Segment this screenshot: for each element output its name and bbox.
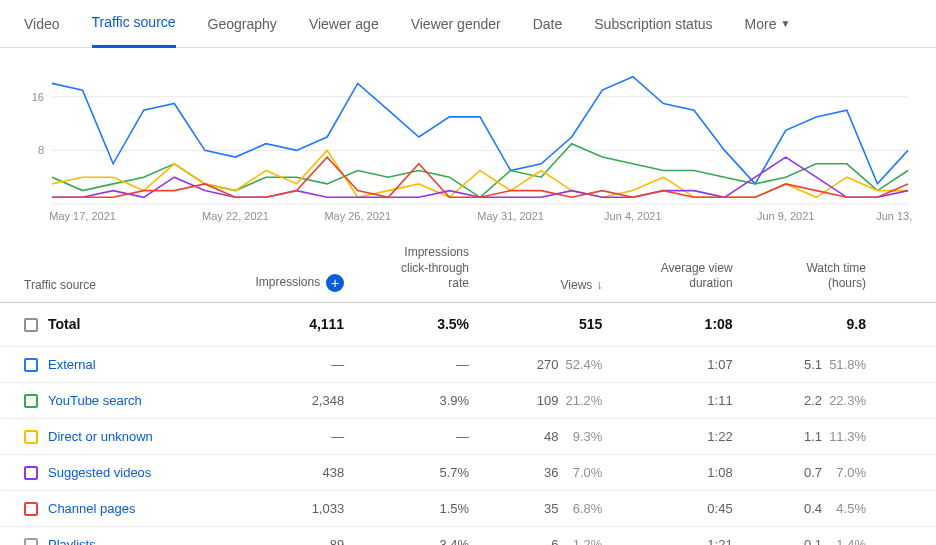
checkbox[interactable] bbox=[24, 394, 38, 408]
traffic-line-chart[interactable]: 816May 17, 2021May 22, 2021May 26, 2021M… bbox=[24, 64, 912, 224]
checkbox[interactable] bbox=[24, 538, 38, 545]
col-traffic-source[interactable]: Traffic source bbox=[0, 235, 200, 302]
row-link[interactable]: YouTube search bbox=[48, 393, 142, 408]
tab-date[interactable]: Date bbox=[533, 0, 563, 48]
svg-text:16: 16 bbox=[32, 91, 44, 103]
sort-arrow-icon: ↓ bbox=[596, 278, 602, 292]
tab-viewer-age[interactable]: Viewer age bbox=[309, 0, 379, 48]
tab-geography[interactable]: Geography bbox=[208, 0, 277, 48]
chart-area: 816May 17, 2021May 22, 2021May 26, 2021M… bbox=[0, 48, 936, 235]
table-row[interactable]: External——27052.4%1:075.151.8% bbox=[0, 346, 936, 382]
traffic-source-table: Traffic source Impressions+ Impressionsc… bbox=[0, 235, 936, 545]
table-row[interactable]: Suggested videos4385.7%367.0%1:080.77.0% bbox=[0, 454, 936, 490]
checkbox[interactable] bbox=[24, 358, 38, 372]
row-link[interactable]: Direct or unknown bbox=[48, 429, 153, 444]
table-row[interactable]: YouTube search2,3483.9%10921.2%1:112.222… bbox=[0, 382, 936, 418]
col-avd[interactable]: Average viewduration bbox=[612, 235, 742, 302]
add-metric-icon[interactable]: + bbox=[326, 274, 344, 292]
table-row[interactable]: Channel pages1,0331.5%356.8%0:450.44.5% bbox=[0, 490, 936, 526]
col-ctr[interactable]: Impressionsclick-throughrate bbox=[354, 235, 479, 302]
checkbox[interactable] bbox=[24, 318, 38, 332]
row-link[interactable]: Suggested videos bbox=[48, 465, 151, 480]
chevron-down-icon: ▼ bbox=[780, 18, 790, 29]
svg-text:May 26, 2021: May 26, 2021 bbox=[324, 210, 391, 222]
table-row[interactable]: Direct or unknown——489.3%1:221.111.3% bbox=[0, 418, 936, 454]
tab-traffic-source[interactable]: Traffic source bbox=[92, 0, 176, 48]
table-row[interactable]: Playlists893.4%61.2%1:210.11.4% bbox=[0, 526, 936, 545]
col-views[interactable]: Views↓ bbox=[479, 235, 612, 302]
checkbox[interactable] bbox=[24, 466, 38, 480]
svg-text:8: 8 bbox=[38, 144, 44, 156]
tab-viewer-gender[interactable]: Viewer gender bbox=[411, 0, 501, 48]
svg-text:May 22, 2021: May 22, 2021 bbox=[202, 210, 269, 222]
dimension-tabs: VideoTraffic sourceGeographyViewer ageVi… bbox=[0, 0, 936, 48]
svg-text:Jun 9, 2021: Jun 9, 2021 bbox=[757, 210, 815, 222]
tab-subscription-status[interactable]: Subscription status bbox=[594, 0, 712, 48]
checkbox[interactable] bbox=[24, 502, 38, 516]
checkbox[interactable] bbox=[24, 430, 38, 444]
total-row: Total4,1113.5%5151:089.8 bbox=[0, 302, 936, 346]
svg-text:May 17, 2021: May 17, 2021 bbox=[49, 210, 116, 222]
header-row: Traffic source Impressions+ Impressionsc… bbox=[0, 235, 936, 302]
col-impressions[interactable]: Impressions+ bbox=[200, 235, 354, 302]
col-watch[interactable]: Watch time(hours) bbox=[743, 235, 876, 302]
svg-text:Jun 4, 2021: Jun 4, 2021 bbox=[604, 210, 662, 222]
svg-text:Jun 13, 2021: Jun 13, 2021 bbox=[876, 210, 912, 222]
row-link[interactable]: Channel pages bbox=[48, 501, 135, 516]
tab-more[interactable]: More ▼ bbox=[745, 0, 791, 48]
svg-text:May 31, 2021: May 31, 2021 bbox=[477, 210, 544, 222]
row-link[interactable]: External bbox=[48, 357, 96, 372]
row-link[interactable]: Playlists bbox=[48, 537, 96, 546]
tab-video[interactable]: Video bbox=[24, 0, 60, 48]
